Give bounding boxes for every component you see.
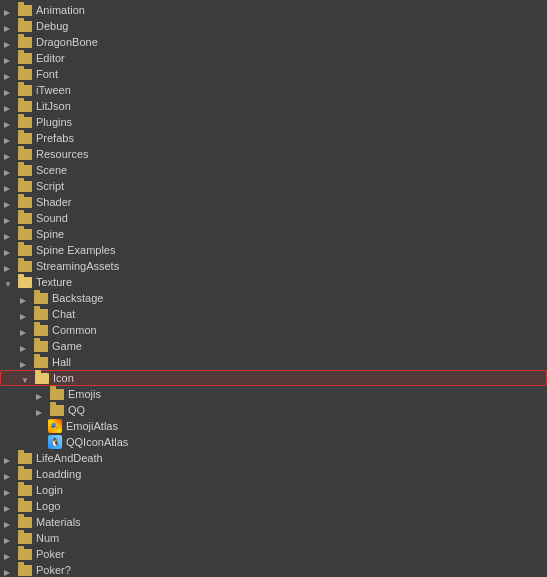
- folder-closed-icon: [18, 117, 32, 128]
- tree-item-resources[interactable]: Resources: [0, 146, 547, 162]
- folder-closed-icon: [18, 69, 32, 80]
- folder-closed-icon: [18, 213, 32, 224]
- tree-item-texture[interactable]: Texture: [0, 274, 547, 290]
- arrow-right-icon: [4, 116, 16, 128]
- folder-closed-icon: [18, 197, 32, 208]
- arrow-right-icon: [4, 500, 16, 512]
- label-emojis: Emojis: [68, 388, 101, 400]
- label-num: Num: [36, 532, 59, 544]
- file-tree[interactable]: AnimationDebugDragonBoneEditorFontiTween…: [0, 0, 547, 577]
- arrow-right-icon: [4, 548, 16, 560]
- label-dragonbone: DragonBone: [36, 36, 98, 48]
- tree-item-chat[interactable]: Chat: [0, 306, 547, 322]
- tree-item-editor[interactable]: Editor: [0, 50, 547, 66]
- folder-closed-icon: [34, 357, 48, 368]
- label-itween: iTween: [36, 84, 71, 96]
- tree-item-num[interactable]: Num: [0, 530, 547, 546]
- tree-item-script[interactable]: Script: [0, 178, 547, 194]
- tree-item-hall[interactable]: Hall: [0, 354, 547, 370]
- arrow-right-icon: [20, 308, 32, 320]
- label-poker: Poker: [36, 548, 65, 560]
- folder-closed-icon: [18, 21, 32, 32]
- label-font: Font: [36, 68, 58, 80]
- tree-item-emojiatlas[interactable]: 🎭EmojiAtlas: [0, 418, 547, 434]
- folder-open-icon: [35, 373, 49, 384]
- tree-item-icon[interactable]: Icon: [0, 370, 547, 386]
- tree-item-game[interactable]: Game: [0, 338, 547, 354]
- folder-closed-icon: [50, 389, 64, 400]
- folder-closed-icon: [18, 501, 32, 512]
- tree-item-qqiconatlas[interactable]: 🐧QQIconAtlas: [0, 434, 547, 450]
- folder-closed-icon: [18, 517, 32, 528]
- label-debug: Debug: [36, 20, 68, 32]
- arrow-right-icon: [4, 4, 16, 16]
- folder-closed-icon: [18, 485, 32, 496]
- label-emojiatlas: EmojiAtlas: [66, 420, 118, 432]
- tree-item-logo[interactable]: Logo: [0, 498, 547, 514]
- label-common: Common: [52, 324, 97, 336]
- tree-item-lifeanddeath[interactable]: LifeAndDeath: [0, 450, 547, 466]
- label-hall: Hall: [52, 356, 71, 368]
- label-spine: Spine: [36, 228, 64, 240]
- tree-item-materials[interactable]: Materials: [0, 514, 547, 530]
- tree-item-streaming-assets[interactable]: StreamingAssets: [0, 258, 547, 274]
- tree-item-sound[interactable]: Sound: [0, 210, 547, 226]
- arrow-down-icon: [21, 372, 33, 384]
- label-plugins: Plugins: [36, 116, 72, 128]
- folder-closed-icon: [18, 565, 32, 576]
- arrow-down-icon: [4, 276, 16, 288]
- tree-item-poker[interactable]: Poker: [0, 546, 547, 562]
- arrow-right-icon: [4, 84, 16, 96]
- tree-item-plugins[interactable]: Plugins: [0, 114, 547, 130]
- tree-item-spine[interactable]: Spine: [0, 226, 547, 242]
- arrow-right-icon: [4, 228, 16, 240]
- arrow-right-icon: [4, 132, 16, 144]
- arrow-right-icon: [4, 516, 16, 528]
- label-logo: Logo: [36, 500, 60, 512]
- folder-closed-icon: [34, 325, 48, 336]
- tree-item-loadding[interactable]: Loadding: [0, 466, 547, 482]
- tree-item-scene[interactable]: Scene: [0, 162, 547, 178]
- label-animation: Animation: [36, 4, 85, 16]
- arrow-right-icon: [4, 484, 16, 496]
- arrow-right-icon: [4, 148, 16, 160]
- tree-item-common[interactable]: Common: [0, 322, 547, 338]
- arrow-right-icon: [4, 36, 16, 48]
- tree-item-litjson[interactable]: LitJson: [0, 98, 547, 114]
- arrow-right-icon: [36, 388, 48, 400]
- tree-item-font[interactable]: Font: [0, 66, 547, 82]
- label-poker2: Poker?: [36, 564, 71, 576]
- arrow-right-icon: [4, 180, 16, 192]
- tree-item-itween[interactable]: iTween: [0, 82, 547, 98]
- tree-item-dragonbone[interactable]: DragonBone: [0, 34, 547, 50]
- folder-closed-icon: [18, 53, 32, 64]
- label-backstage: Backstage: [52, 292, 103, 304]
- tree-item-login[interactable]: Login: [0, 482, 547, 498]
- tree-item-spine-examples[interactable]: Spine Examples: [0, 242, 547, 258]
- label-spine-examples: Spine Examples: [36, 244, 116, 256]
- arrow-right-icon: [20, 324, 32, 336]
- folder-closed-icon: [18, 149, 32, 160]
- tree-item-animation[interactable]: Animation: [0, 2, 547, 18]
- label-game: Game: [52, 340, 82, 352]
- tree-item-qq[interactable]: QQ: [0, 402, 547, 418]
- arrow-right-icon: [20, 292, 32, 304]
- arrow-right-icon: [4, 164, 16, 176]
- folder-closed-icon: [50, 405, 64, 416]
- label-qqiconatlas: QQIconAtlas: [66, 436, 128, 448]
- label-chat: Chat: [52, 308, 75, 320]
- arrow-right-icon: [4, 532, 16, 544]
- folder-closed-icon: [18, 181, 32, 192]
- tree-item-poker2[interactable]: Poker?: [0, 562, 547, 577]
- arrow-right-icon: [4, 196, 16, 208]
- tree-item-prefabs[interactable]: Prefabs: [0, 130, 547, 146]
- atlas-qq-icon: 🐧: [48, 435, 62, 449]
- folder-closed-icon: [34, 341, 48, 352]
- folder-open-icon: [18, 277, 32, 288]
- tree-item-debug[interactable]: Debug: [0, 18, 547, 34]
- label-streaming-assets: StreamingAssets: [36, 260, 119, 272]
- tree-item-emojis[interactable]: Emojis: [0, 386, 547, 402]
- tree-item-shader[interactable]: Shader: [0, 194, 547, 210]
- label-texture: Texture: [36, 276, 72, 288]
- tree-item-backstage[interactable]: Backstage: [0, 290, 547, 306]
